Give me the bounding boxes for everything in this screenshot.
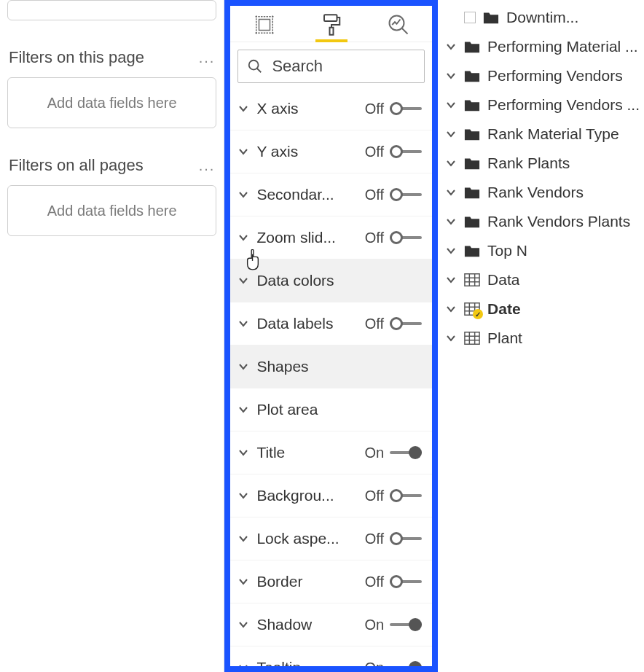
chevron-down-icon[interactable]: [445, 41, 457, 52]
filters-panel: Filters on this page ... Add data fields…: [0, 0, 224, 672]
tab-format[interactable]: [310, 7, 353, 42]
field-row[interactable]: Plant: [441, 324, 644, 353]
format-option-row[interactable]: Data colors: [230, 259, 432, 302]
svg-rect-6: [329, 27, 333, 34]
field-row[interactable]: Data: [441, 265, 644, 294]
more-options-icon[interactable]: ...: [199, 50, 216, 66]
chevron-down-icon[interactable]: [445, 157, 457, 169]
svg-rect-4: [259, 19, 270, 30]
chevron-down-icon: [237, 533, 249, 544]
toggle-state-label: Off: [365, 144, 384, 160]
toggle-state-label: Off: [365, 230, 384, 246]
toggle-state-label: On: [364, 660, 384, 667]
field-label: Top N: [487, 242, 527, 259]
field-row[interactable]: Rank Vendors Plants: [441, 207, 644, 236]
chevron-down-icon: [237, 662, 249, 666]
chevron-down-icon: [237, 404, 249, 415]
toggle-switch[interactable]: [390, 188, 422, 201]
search-placeholder: Search: [272, 57, 323, 76]
field-label: Data: [487, 271, 519, 289]
toggle-switch[interactable]: [390, 661, 422, 666]
chevron-down-icon: [237, 619, 249, 630]
chevron-down-icon[interactable]: [445, 99, 457, 111]
chevron-down-icon[interactable]: [445, 332, 457, 344]
chevron-down-icon[interactable]: [445, 216, 457, 227]
filter-section-all-label: Filters on all pages: [9, 156, 144, 175]
format-tabs: [230, 6, 432, 42]
chevron-down-icon[interactable]: [445, 70, 457, 82]
toggle-switch[interactable]: [390, 489, 422, 502]
toggle-switch[interactable]: [390, 145, 422, 158]
field-row[interactable]: Performing Material ...: [441, 32, 644, 61]
format-panel: Search X axisOffY axisOffSecondar...OffZ…: [224, 0, 438, 672]
toggle-state-label: Off: [365, 531, 384, 547]
format-option-row[interactable]: Shapes: [230, 345, 432, 388]
field-label: Performing Material ...: [487, 38, 638, 55]
filter-section-all-header: Filters on all pages ...: [7, 143, 216, 185]
table-icon: ✓: [464, 302, 480, 316]
format-option-label: Border: [256, 573, 364, 590]
search-input[interactable]: Search: [237, 50, 425, 83]
toggle-switch[interactable]: [390, 618, 422, 631]
format-option-row[interactable]: TitleOn: [230, 431, 432, 474]
format-option-row[interactable]: ShadowOn: [230, 603, 432, 646]
toggle-switch[interactable]: [390, 231, 422, 244]
tab-analytics[interactable]: [377, 7, 420, 42]
field-row[interactable]: Rank Plants: [441, 149, 644, 178]
filter-dropzone-all[interactable]: Add data fields here: [7, 185, 216, 236]
format-option-row[interactable]: BorderOff: [230, 560, 432, 603]
chevron-down-icon: [237, 103, 249, 114]
field-row[interactable]: Performing Vendors: [441, 61, 644, 90]
format-option-row[interactable]: Y axisOff: [230, 130, 432, 173]
chevron-down-icon[interactable]: [445, 274, 457, 286]
more-options-icon[interactable]: ...: [199, 157, 216, 174]
chevron-down-icon[interactable]: [445, 303, 457, 315]
chevron-down-icon[interactable]: [445, 128, 457, 140]
field-row[interactable]: Rank Material Type: [441, 120, 644, 149]
field-label: Plant: [487, 329, 522, 347]
chevron-down-icon: [237, 232, 249, 243]
toggle-switch[interactable]: [390, 446, 422, 459]
chevron-down-icon[interactable]: [445, 245, 457, 257]
toggle-switch[interactable]: [390, 575, 422, 588]
folder-icon: [464, 243, 480, 258]
format-option-row[interactable]: X axisOff: [230, 87, 432, 130]
field-row[interactable]: Performing Vendors ...: [441, 90, 644, 120]
field-checkbox[interactable]: [464, 12, 476, 23]
field-row[interactable]: Rank Vendors: [441, 178, 644, 207]
toggle-switch[interactable]: [390, 317, 422, 330]
format-option-row[interactable]: Lock aspe...Off: [230, 517, 432, 560]
svg-rect-12: [465, 274, 479, 286]
field-label: Rank Vendors Plants: [487, 213, 630, 230]
filter-section-page-header: Filters on this page ...: [7, 35, 216, 77]
folder-icon: [464, 156, 480, 171]
format-option-row[interactable]: Data labelsOff: [230, 302, 432, 345]
format-option-row[interactable]: Backgrou...Off: [230, 474, 432, 517]
folder-icon: [483, 10, 499, 25]
format-option-label: Title: [256, 444, 364, 461]
field-row[interactable]: Downtim...: [441, 3, 644, 32]
search-icon: [247, 58, 263, 74]
toggle-switch[interactable]: [390, 532, 422, 545]
chevron-down-icon: [237, 275, 249, 286]
format-option-label: Backgrou...: [256, 487, 364, 504]
filter-dropzone-page[interactable]: Add data fields here: [7, 77, 216, 128]
svg-rect-5: [324, 15, 337, 21]
format-options-list[interactable]: X axisOffY axisOffSecondar...OffZoom sli…: [230, 87, 432, 666]
tab-fields[interactable]: [243, 7, 286, 42]
filter-dropzone-visual[interactable]: [7, 0, 216, 20]
format-option-row[interactable]: Zoom slid...Off: [230, 216, 432, 259]
format-option-row[interactable]: TooltipOn: [230, 646, 432, 666]
folder-icon: [464, 127, 480, 141]
chevron-down-icon[interactable]: [445, 187, 457, 198]
format-option-row[interactable]: Plot area: [230, 388, 432, 431]
format-option-row[interactable]: Secondar...Off: [230, 173, 432, 216]
field-row[interactable]: ✓Date: [441, 294, 644, 324]
field-row[interactable]: Top N: [441, 236, 644, 265]
field-label: Rank Plants: [487, 155, 570, 172]
toggle-switch[interactable]: [390, 102, 422, 115]
chevron-down-icon: [237, 447, 249, 458]
dropzone-placeholder: Add data fields here: [47, 95, 177, 112]
paint-roller-icon: [321, 14, 342, 36]
folder-icon: [464, 98, 480, 112]
